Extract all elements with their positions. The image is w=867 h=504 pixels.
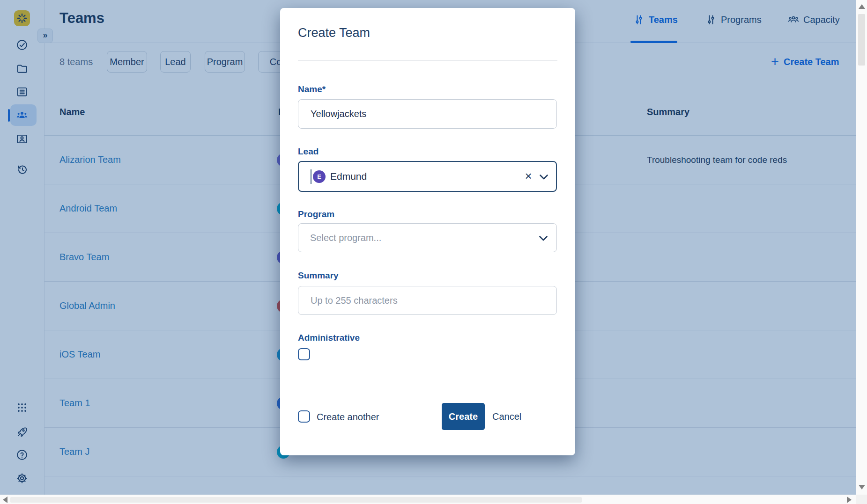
program-placeholder: Select program...	[310, 224, 381, 252]
program-label: Program	[298, 209, 334, 219]
cancel-button[interactable]: Cancel	[489, 403, 524, 430]
clear-x-icon[interactable]: ×	[523, 162, 534, 191]
lead-avatar-badge: E	[313, 170, 326, 183]
create-another-checkbox[interactable]	[298, 410, 310, 423]
scroll-left-arrow-icon[interactable]	[3, 497, 7, 503]
create-team-modal: Create Team Name* Lead E Edmund × Progra…	[280, 8, 575, 455]
create-button[interactable]: Create	[442, 403, 485, 430]
screen: » Teams Teams Programs	[0, 0, 867, 504]
text-cursor	[311, 169, 311, 184]
lead-selected-value: Edmund	[330, 162, 367, 191]
create-another-label: Create another	[317, 412, 379, 423]
scrollbar-corner	[856, 495, 867, 504]
lead-label: Lead	[298, 146, 319, 157]
summary-input[interactable]	[298, 286, 557, 315]
chevron-down-icon[interactable]	[539, 174, 550, 183]
name-label: Name*	[298, 84, 326, 95]
modal-title: Create Team	[298, 26, 370, 40]
scroll-right-arrow-icon[interactable]	[847, 497, 852, 503]
horizontal-scroll-thumb[interactable]	[10, 497, 582, 503]
modal-divider	[298, 60, 557, 61]
scroll-down-arrow-icon[interactable]	[859, 485, 865, 489]
summary-label: Summary	[298, 270, 339, 281]
name-input[interactable]	[298, 99, 557, 129]
lead-select[interactable]: E Edmund ×	[298, 161, 557, 192]
scroll-up-arrow-icon[interactable]	[859, 4, 865, 9]
horizontal-scrollbar[interactable]	[0, 495, 856, 504]
program-select[interactable]: Select program...	[298, 223, 557, 252]
administrative-label: Administrative	[298, 333, 360, 343]
chevron-down-icon[interactable]	[538, 235, 549, 244]
vertical-scrollbar[interactable]	[856, 0, 867, 495]
administrative-checkbox[interactable]	[298, 348, 310, 360]
vertical-scroll-thumb[interactable]	[858, 14, 865, 66]
